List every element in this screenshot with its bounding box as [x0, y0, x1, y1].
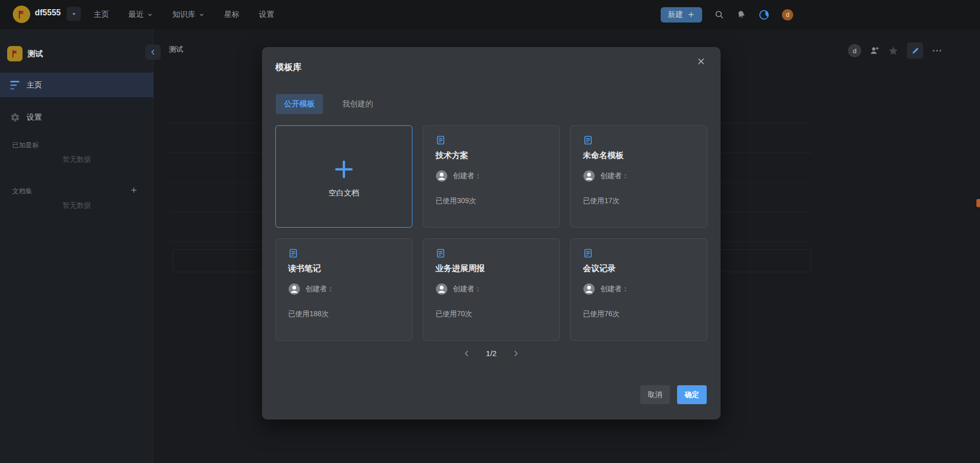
template-card-creator: 创建者：	[435, 283, 482, 295]
home-lines-icon	[9, 81, 20, 90]
pencil-icon	[911, 47, 920, 55]
modal-title: 模板库	[275, 61, 301, 73]
docs-empty-text: 暂无数据	[0, 201, 154, 210]
nav-item-label: 设置	[259, 10, 274, 19]
template-library-modal: 模板库 公开模板 我创建的 空白文档 技术方案 创建者	[262, 47, 721, 420]
sidebar-item-label: 主页	[27, 80, 42, 90]
pagination: 1/2	[262, 349, 721, 358]
workspace-icon	[7, 46, 23, 61]
template-grid: 空白文档 技术方案 创建者： 已使用309次 未命名模板	[275, 125, 707, 341]
theme-toggle-button[interactable]	[758, 9, 770, 20]
document-icon	[435, 135, 446, 145]
star-button[interactable]	[888, 46, 899, 56]
starred-section-label: 已加星标	[12, 141, 39, 150]
confirm-button[interactable]: 确定	[677, 385, 707, 404]
sidebar-collapse-button[interactable]	[145, 45, 161, 60]
creator-label: 创建者：	[600, 171, 629, 181]
share-button[interactable]	[869, 46, 880, 56]
tab-my-templates[interactable]: 我创建的	[334, 94, 381, 114]
template-card[interactable]: 技术方案 创建者： 已使用309次	[423, 125, 560, 228]
edit-button[interactable]	[907, 42, 923, 59]
template-card[interactable]: 未命名模板 创建者： 已使用17次	[570, 125, 707, 228]
nav-item-recent[interactable]: 最近	[128, 10, 153, 19]
sidebar-item-home[interactable]: 主页	[0, 73, 154, 97]
template-card-title: 技术方案	[435, 150, 468, 161]
template-card-title: 未命名模板	[583, 150, 624, 161]
top-navbar: df5555 主页 最近 知识库 星标 设置	[0, 0, 980, 29]
creator-avatar-icon	[288, 283, 300, 295]
new-document-button[interactable]: 新建	[661, 7, 702, 23]
creator-avatar-icon	[583, 283, 595, 295]
template-card[interactable]: 业务进展周报 创建者： 已使用70次	[423, 238, 560, 341]
creator-label: 创建者：	[600, 284, 629, 294]
new-button-label: 新建	[668, 10, 683, 19]
sidebar-workspace-name: 测试	[28, 49, 43, 59]
app-window: df5555 主页 最近 知识库 星标 设置	[0, 0, 980, 463]
template-card[interactable]: 读书笔记 创建者： 已使用188次	[275, 238, 412, 341]
primary-nav: 主页 最近 知识库 星标 设置	[94, 0, 274, 29]
avatar-initial: d	[853, 47, 856, 55]
template-card-blank[interactable]: 空白文档	[275, 125, 412, 228]
creator-avatar-icon	[435, 283, 448, 295]
chevron-left-icon	[149, 49, 157, 56]
template-card-usage: 已使用76次	[583, 310, 620, 319]
template-card[interactable]: 会议记录 创建者： 已使用76次	[570, 238, 707, 341]
sidebar-item-settings[interactable]: 设置	[0, 105, 154, 129]
creator-label: 创建者：	[306, 284, 334, 294]
template-card-usage: 已使用188次	[288, 310, 329, 319]
template-card-creator: 创建者：	[583, 170, 629, 182]
person-add-icon	[869, 46, 880, 56]
nav-item-settings[interactable]: 设置	[259, 10, 274, 19]
more-options-button[interactable]	[931, 45, 943, 56]
caret-down-icon	[71, 11, 77, 17]
nav-item-starred[interactable]: 星标	[224, 10, 239, 19]
add-doc-collection-button[interactable]	[128, 184, 139, 195]
modal-footer: 取消 确定	[640, 385, 707, 404]
app-logo-icon[interactable]	[13, 6, 30, 23]
plus-icon	[333, 159, 355, 180]
workspace-dropdown-button[interactable]	[67, 7, 81, 21]
template-card-title: 业务进展周报	[435, 263, 485, 274]
workspace-title: df5555	[35, 8, 61, 17]
chevron-down-icon	[199, 12, 205, 18]
modal-tabs: 公开模板 我创建的	[276, 94, 381, 114]
avatar-initial: d	[786, 11, 790, 18]
tab-public-templates[interactable]: 公开模板	[276, 94, 323, 114]
template-card-usage: 已使用309次	[435, 196, 476, 206]
scrollbar-marker[interactable]	[976, 199, 980, 207]
plus-icon	[130, 186, 138, 194]
modal-close-button[interactable]	[695, 55, 707, 68]
nav-item-label: 最近	[128, 10, 144, 19]
close-icon	[697, 57, 705, 65]
gear-icon	[9, 113, 20, 122]
cancel-button[interactable]: 取消	[640, 385, 670, 404]
collaborator-avatar[interactable]: d	[848, 44, 861, 57]
template-card-usage: 已使用70次	[435, 310, 472, 319]
template-card-title: 空白文档	[276, 188, 412, 198]
nav-item-home[interactable]: 主页	[94, 10, 109, 19]
sidebar-workspace-row[interactable]: 测试	[0, 45, 154, 62]
sidebar: 测试 主页 设置 已加星标 暂无数据 文档集 暂无数据	[0, 29, 154, 463]
nav-item-knowledge-base[interactable]: 知识库	[172, 10, 205, 19]
nav-item-label: 知识库	[172, 10, 195, 19]
next-page-button[interactable]	[512, 349, 520, 358]
template-card-creator: 创建者：	[288, 283, 334, 295]
moon-icon	[758, 9, 770, 20]
document-icon	[435, 248, 446, 258]
template-card-creator: 创建者：	[583, 283, 629, 295]
search-button[interactable]	[714, 10, 724, 19]
user-avatar[interactable]: d	[782, 9, 793, 20]
chevron-right-icon	[512, 349, 520, 358]
document-icon	[583, 135, 593, 145]
chevron-left-icon	[463, 349, 471, 358]
notifications-button[interactable]	[736, 10, 746, 19]
prev-page-button[interactable]	[463, 349, 471, 358]
star-icon	[888, 46, 899, 56]
sidebar-item-label: 设置	[27, 113, 42, 122]
document-icon	[583, 248, 593, 258]
docs-section-label: 文档集	[12, 187, 32, 196]
chevron-down-icon	[147, 12, 153, 18]
flag-icon	[10, 49, 19, 58]
nav-item-label: 星标	[224, 10, 239, 19]
breadcrumb: 测试	[169, 45, 183, 54]
